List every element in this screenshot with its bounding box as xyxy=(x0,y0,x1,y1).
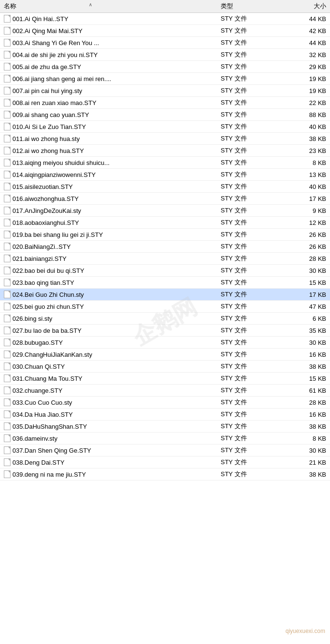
file-icon xyxy=(4,351,11,358)
file-name-text: 012.ai wo zhong hua.STY xyxy=(12,147,84,154)
table-row[interactable]: 033.Cuo Cuo Cuo.stySTY 文件28 KB xyxy=(0,397,330,409)
file-icon xyxy=(4,135,11,142)
file-size: 38 KB xyxy=(283,471,326,478)
file-rows-container: 001.Ai Qin Hai..STYSTY 文件44 KB002.Ai Qin… xyxy=(0,13,330,480)
table-row[interactable]: 039.deng ni na me jiu.STYSTY 文件38 KB xyxy=(0,468,330,480)
file-name: 004.ai de shi jie zhi you ni.STY xyxy=(4,51,221,59)
table-row[interactable]: 028.bubugao.STYSTY 文件30 KB xyxy=(0,337,330,349)
file-type: STY 文件 xyxy=(221,146,283,155)
table-row[interactable]: 024.Bei Guo Zhi Chun.stySTY 文件17 KB xyxy=(0,289,330,301)
file-icon xyxy=(4,243,11,250)
file-icon xyxy=(4,39,11,47)
file-type: STY 文件 xyxy=(221,458,283,467)
file-size: 16 KB xyxy=(283,351,326,358)
file-type: STY 文件 xyxy=(221,470,283,479)
table-row[interactable]: 027.bu lao de ba ba.STYSTY 文件35 KB xyxy=(0,325,330,337)
table-row[interactable]: 021.bainiangzi.STYSTY 文件28 KB xyxy=(0,253,330,265)
table-row[interactable]: 009.ai shang cao yuan.STYSTY 文件88 KB xyxy=(0,109,330,121)
file-type: STY 文件 xyxy=(221,278,283,287)
file-type: STY 文件 xyxy=(221,170,283,179)
table-row[interactable]: 022.bao bei dui bu qi.STYSTY 文件30 KB xyxy=(0,265,330,277)
file-name: 012.ai wo zhong hua.STY xyxy=(4,147,221,154)
file-size: 88 KB xyxy=(283,111,326,118)
file-name: 006.ai jiang shan geng ai mei ren.... xyxy=(4,75,221,82)
watermark-url: qiyuexuexi.com xyxy=(285,628,325,634)
file-type: STY 文件 xyxy=(221,350,283,359)
file-type: STY 文件 xyxy=(221,266,283,275)
file-size: 35 KB xyxy=(283,327,326,334)
table-row[interactable]: 031.Chuang Ma Tou.STYSTY 文件15 KB xyxy=(0,373,330,385)
file-size: 28 KB xyxy=(283,399,326,406)
file-name: 015.aisilezuotian.STY xyxy=(4,183,221,190)
file-name: 022.bao bei dui bu qi.STY xyxy=(4,267,221,274)
file-type: STY 文件 xyxy=(221,362,283,371)
table-row[interactable]: 007.ai pin cai hui ying.stySTY 文件19 KB xyxy=(0,85,330,97)
table-row[interactable]: 004.ai de shi jie zhi you ni.STYSTY 文件32… xyxy=(0,49,330,61)
table-row[interactable]: 020.BaiNiangZi..STYSTY 文件26 KB xyxy=(0,241,330,253)
file-name: 034.Da Hua Jiao.STY xyxy=(4,410,221,418)
file-name-text: 032.chuange.STY xyxy=(12,387,62,394)
file-type: STY 文件 xyxy=(221,50,283,59)
table-row[interactable]: 023.bao qing tian.STYSTY 文件15 KB xyxy=(0,277,330,289)
file-type: STY 文件 xyxy=(221,158,283,167)
table-row[interactable]: 018.aobaoxianghui.STYSTY 文件12 KB xyxy=(0,217,330,229)
table-row[interactable]: 011.ai wo zhong hua.stySTY 文件38 KB xyxy=(0,133,330,145)
table-row[interactable]: 006.ai jiang shan geng ai mei ren....STY… xyxy=(0,73,330,85)
file-name: 033.Cuo Cuo Cuo.sty xyxy=(4,398,221,406)
file-icon xyxy=(4,327,11,334)
file-size: 38 KB xyxy=(283,423,326,430)
file-type: STY 文件 xyxy=(221,38,283,47)
file-name: 014.aiqingpianziwowenni.STY xyxy=(4,171,221,178)
table-row[interactable]: 032.chuange.STYSTY 文件61 KB xyxy=(0,385,330,397)
name-column-header[interactable]: 名称 xyxy=(4,2,221,11)
file-icon xyxy=(4,147,11,154)
table-row[interactable]: 005.ai de zhu da ge.STYSTY 文件29 KB xyxy=(0,61,330,73)
table-row[interactable]: 036.dameinv.stySTY 文件8 KB xyxy=(0,433,330,445)
table-row[interactable]: 025.bei guo zhi chun.STYSTY 文件47 KB xyxy=(0,301,330,313)
table-row[interactable]: 013.aiqing meiyou shuidui shuicu...STY 文… xyxy=(0,157,330,169)
file-size: 19 KB xyxy=(283,75,326,82)
file-list: ∧ 名称 类型 大小 001.Ai Qin Hai..STYSTY 文件44 K… xyxy=(0,0,330,480)
file-icon xyxy=(4,99,11,106)
file-size: 13 KB xyxy=(283,171,326,178)
table-row[interactable]: 003.Ai Shang Yi Ge Ren You ...STY 文件44 K… xyxy=(0,37,330,49)
table-row[interactable]: 017.AnJingDeZouKai.stySTY 文件9 KB xyxy=(0,205,330,217)
file-size: 23 KB xyxy=(283,147,326,154)
table-row[interactable]: 034.Da Hua Jiao.STYSTY 文件16 KB xyxy=(0,409,330,421)
file-icon xyxy=(4,123,11,130)
table-row[interactable]: 019.ba bei shang liu gei zi ji.STYSTY 文件… xyxy=(0,229,330,241)
table-row[interactable]: 008.ai ren zuan xiao mao.STYSTY 文件22 KB xyxy=(0,97,330,109)
file-type: STY 文件 xyxy=(221,14,283,23)
file-type: STY 文件 xyxy=(221,314,283,323)
file-size: 40 KB xyxy=(283,183,326,190)
file-name-text: 014.aiqingpianziwowenni.STY xyxy=(12,171,95,178)
table-row[interactable]: 001.Ai Qin Hai..STYSTY 文件44 KB xyxy=(0,13,330,25)
file-size: 12 KB xyxy=(283,219,326,226)
table-row[interactable]: 015.aisilezuotian.STYSTY 文件40 KB xyxy=(0,181,330,193)
file-size: 38 KB xyxy=(283,135,326,142)
file-icon xyxy=(4,339,11,346)
file-type: STY 文件 xyxy=(221,338,283,347)
table-row[interactable]: 002.Ai Qing Mai Mai.STYSTY 文件42 KB xyxy=(0,25,330,37)
table-row[interactable]: 038.Deng Dai.STYSTY 文件21 KB xyxy=(0,457,330,468)
table-row[interactable]: 026.bing si.stySTY 文件6 KB xyxy=(0,313,330,325)
file-icon xyxy=(4,267,11,274)
file-size: 61 KB xyxy=(283,387,326,394)
file-type: STY 文件 xyxy=(221,110,283,119)
file-name-text: 001.Ai Qin Hai..STY xyxy=(12,15,68,23)
file-size: 38 KB xyxy=(283,363,326,370)
size-column-header[interactable]: 大小 xyxy=(283,2,326,11)
table-row[interactable]: 012.ai wo zhong hua.STYSTY 文件23 KB xyxy=(0,145,330,157)
table-row[interactable]: 014.aiqingpianziwowenni.STYSTY 文件13 KB xyxy=(0,169,330,181)
table-row[interactable]: 010.Ai Si Le Zuo Tian.STYSTY 文件40 KB xyxy=(0,121,330,133)
file-name: 021.bainiangzi.STY xyxy=(4,255,221,262)
table-row[interactable]: 030.Chuan Qi.STYSTY 文件38 KB xyxy=(0,361,330,373)
table-row[interactable]: 029.ChangHuiJiaKanKan.stySTY 文件16 KB xyxy=(0,349,330,361)
file-size: 26 KB xyxy=(283,243,326,250)
table-row[interactable]: 037.Dan Shen Qing Ge.STYSTY 文件30 KB xyxy=(0,445,330,457)
file-name: 019.ba bei shang liu gei zi ji.STY xyxy=(4,231,221,238)
table-row[interactable]: 035.DaHuShangShan.STYSTY 文件38 KB xyxy=(0,421,330,433)
type-column-header[interactable]: 类型 xyxy=(221,2,283,11)
table-row[interactable]: 016.aiwozhonghua.STYSTY 文件17 KB xyxy=(0,193,330,205)
file-icon xyxy=(4,446,11,454)
